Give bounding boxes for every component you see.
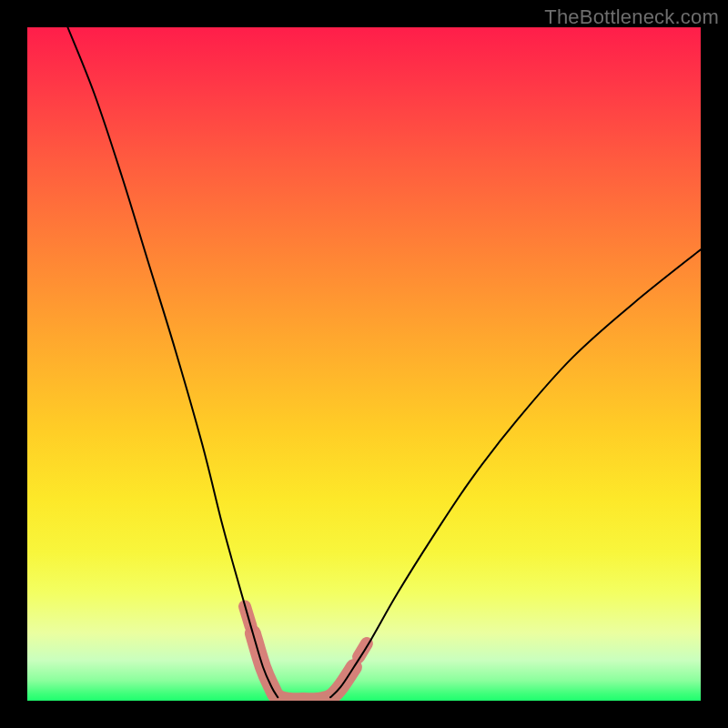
plot-area: [27, 27, 701, 701]
chart-svg: [27, 27, 701, 701]
left-curve: [67, 27, 278, 697]
watermark-text: TheBottleneck.com: [544, 5, 719, 29]
right-curve: [330, 249, 701, 697]
outer-frame: TheBottleneck.com: [0, 0, 728, 728]
